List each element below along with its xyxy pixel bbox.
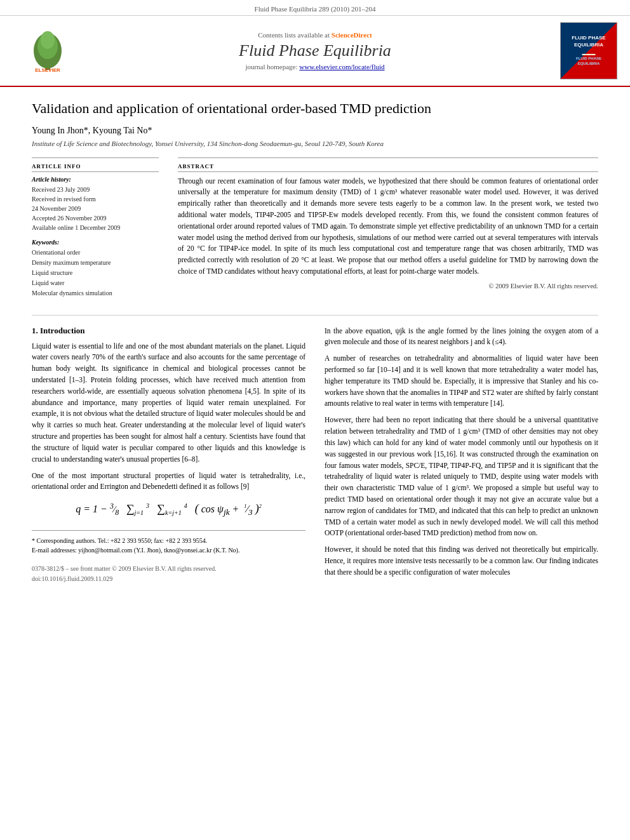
article-history-title: Article history: — [32, 176, 159, 183]
journal-logo-right: FLUID PHASE EQUILIBRIA ▬▬▬ FLUID PHASE E… — [547, 22, 617, 79]
abstract-label: ABSTRACT — [178, 163, 598, 172]
copyright-line: © 2009 Elsevier B.V. All rights reserved… — [178, 283, 598, 290]
keywords-title: Keywords: — [32, 239, 159, 246]
author-names: Young In Jhon*, Kyoung Tai No* — [32, 126, 152, 135]
content-area: Validation and application of orientatio… — [0, 87, 630, 603]
intro-para1: Liquid water is essential to life and on… — [32, 341, 305, 465]
journal-header: ELSEVIER Contents lists available at Sci… — [0, 16, 630, 87]
sciencedirect-link[interactable]: ScienceDirect — [332, 31, 372, 39]
footnote-area: * Corresponding authors. Tel.: +82 2 393… — [32, 530, 305, 555]
divider-1 — [32, 315, 598, 316]
svg-text:ELSEVIER: ELSEVIER — [35, 67, 60, 73]
sciencedirect-line: Contents lists available at ScienceDirec… — [95, 31, 535, 39]
journal-center: Contents lists available at ScienceDirec… — [83, 31, 547, 70]
right-para4: However, it should be noted that this fi… — [325, 544, 598, 578]
footnote1: * Corresponding authors. Tel.: +82 2 393… — [32, 536, 305, 545]
affiliation: Institute of Life Science and Biotechnol… — [32, 140, 598, 147]
history-line-4: Available online 1 December 2009 — [32, 223, 159, 232]
intro-para2: One of the most important structural pro… — [32, 470, 305, 493]
elsevier-logo: ELSEVIER — [13, 29, 83, 73]
footnote2: E-mail addresses: yijhon@hotmail.com (Y.… — [32, 545, 305, 555]
citation-text: Fluid Phase Equilibria 289 (2010) 201–20… — [255, 5, 376, 13]
keyword-3: Liquid water — [32, 278, 159, 288]
page: Fluid Phase Equilibria 289 (2010) 201–20… — [0, 0, 630, 840]
section1-heading: 1. Introduction — [32, 326, 305, 336]
citation-bar: Fluid Phase Equilibria 289 (2010) 201–20… — [0, 0, 630, 16]
journal-title: Fluid Phase Equilibria — [95, 41, 535, 60]
keyword-4: Molecular dynamics simulation — [32, 288, 159, 298]
body-left-col: 1. Introduction Liquid water is essentia… — [32, 326, 305, 584]
homepage-url[interactable]: www.elsevier.com/locate/fluid — [299, 63, 384, 70]
article-info-col: ARTICLE INFO Article history: Received 2… — [32, 157, 159, 305]
svg-point-3 — [41, 31, 55, 49]
history-line-2: 24 November 2009 — [32, 204, 159, 213]
right-para2: A number of researches on tetrahedrality… — [325, 353, 598, 410]
bottom-line1: 0378-3812/$ – see front matter © 2009 El… — [32, 564, 305, 574]
abstract-text: Through our recent examination of four f… — [178, 176, 598, 277]
authors: Young In Jhon*, Kyoung Tai No* — [32, 126, 598, 136]
article-title: Validation and application of orientatio… — [32, 100, 598, 118]
body-section: 1. Introduction Liquid water is essentia… — [32, 326, 598, 584]
formula-block: q = 1 − 3⁄8 ∑j=1 3 ∑k=j+1 4 ( cos ψjk + — [32, 502, 305, 517]
article-info-label: ARTICLE INFO — [32, 163, 159, 172]
history-line-3: Accepted 26 November 2009 — [32, 213, 159, 223]
right-para1: In the above equation, ψjk is the angle … — [325, 326, 598, 349]
history-line-0: Received 23 July 2009 — [32, 185, 159, 194]
keyword-1: Density maximum temperature — [32, 258, 159, 268]
journal-homepage: journal homepage: www.elsevier.com/locat… — [95, 63, 535, 70]
keywords-group: Keywords: Orientational order Density ma… — [32, 239, 159, 298]
article-meta-section: ARTICLE INFO Article history: Received 2… — [32, 157, 598, 305]
fluid-phase-badge: FLUID PHASE EQUILIBRIA ▬▬▬ FLUID PHASE E… — [560, 22, 617, 79]
bottom-bar: 0378-3812/$ – see front matter © 2009 El… — [32, 564, 305, 584]
keyword-2: Liquid structure — [32, 268, 159, 278]
body-right-col: In the above equation, ψjk is the angle … — [325, 326, 598, 584]
formula-text: q = 1 − 3⁄8 ∑j=1 3 ∑k=j+1 4 ( cos ψjk + — [76, 502, 261, 517]
right-para3: However, there had been no report indica… — [325, 415, 598, 539]
elsevier-tree-icon: ELSEVIER — [22, 29, 73, 73]
abstract-col: ABSTRACT Through our recent examination … — [178, 157, 598, 305]
keyword-0: Orientational order — [32, 248, 159, 258]
article-history-group: Article history: Received 23 July 2009 R… — [32, 176, 159, 232]
bottom-line2: doi:10.1016/j.fluid.2009.11.029 — [32, 574, 305, 584]
history-line-1: Received in revised form — [32, 194, 159, 204]
